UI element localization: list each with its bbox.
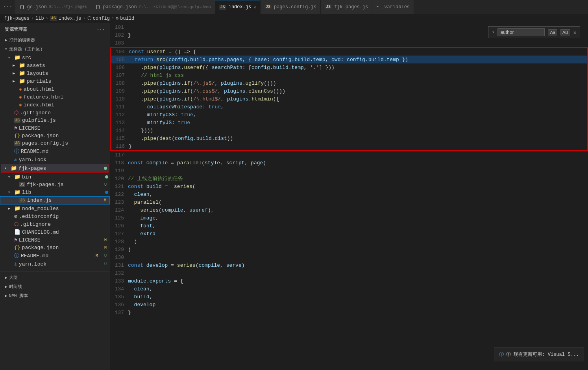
code-line-125: 125 image, (110, 214, 588, 222)
section-timeline[interactable]: ▶ 时间线 (0, 282, 110, 291)
tab-variables[interactable]: ~ _variables (372, 0, 414, 14)
readme-root-icon: ⓘ (14, 148, 19, 155)
editor-content[interactable]: 101 102 } 103 104 const useref = () => { (110, 23, 588, 370)
find-ab-button[interactable]: AB (560, 29, 570, 35)
bin-folder-icon: 📁 (14, 174, 20, 180)
sidebar-item-readme-root[interactable]: ▶ ⓘ README.md (0, 147, 110, 156)
notification[interactable]: ⓘ ① 现有更新可用: Visual S... (494, 348, 584, 361)
sidebar: 资源管理器 ··· ▶ 打开的编辑器 ▾ 无标题 (工作区) ▾ 📁 src ▶ (0, 23, 110, 370)
breadcrumb: fjk-pages › lib › JS index.js › ⬡ config… (0, 14, 588, 23)
sidebar-item-gitignore[interactable]: ▶ ⬡ .gitignore (0, 109, 110, 117)
sidebar-item-yarn-lock-root[interactable]: ▶ ⚓ yarn.lock (0, 156, 110, 164)
sidebar-item-partials[interactable]: ▶ 📁 partials (0, 77, 110, 85)
section-workspace[interactable]: ▾ 无标题 (工作区) (0, 45, 110, 54)
breadcrumb-config[interactable]: config (93, 16, 110, 21)
yarn-lock-root-icon: ⚓ (14, 156, 17, 163)
sidebar-options-icon[interactable]: ··· (97, 27, 105, 32)
index-js-label: index.js (27, 197, 101, 203)
package-json-root-label: package.json (22, 133, 110, 139)
sidebar-item-bin[interactable]: ▾ 📁 bin (0, 173, 110, 181)
sidebar-item-yarn-lock2[interactable]: ▶ ⚓ yarn.lock U (0, 260, 110, 268)
sidebar-item-gulpfile[interactable]: ▶ JS gulpfile.js (0, 117, 110, 124)
yarn-lock2-badge: U (103, 262, 108, 266)
find-close-icon[interactable]: ✕ (573, 29, 577, 36)
code-line-109: 109 .pipe(plugins.if(/\.css$/, plugins.c… (111, 87, 587, 95)
workspace-label: 无标题 (工作区) (9, 46, 43, 52)
code-line-121: 121 const build = series( (110, 182, 588, 190)
sidebar-item-license-root[interactable]: ▶ ⚑ LICENSE (0, 124, 110, 132)
partials-label: partials (27, 78, 110, 84)
sidebar-item-assets[interactable]: ▶ 📁 assets (0, 61, 110, 69)
assets-arrow: ▶ (13, 63, 17, 68)
changelog-label: CHANGELOG.md (22, 229, 110, 235)
fjk-pages-label: fjk-pages (18, 165, 102, 171)
tab-path-ge-json: E:\...\fjk-pages (49, 5, 87, 9)
pages-config-root-label: pages.config.js (22, 140, 110, 146)
find-aa-button[interactable]: Aa (548, 29, 557, 35)
sidebar-item-package-json2[interactable]: ▶ {} package.json M (0, 244, 110, 251)
changelog-icon: 📄 (14, 229, 20, 235)
breadcrumb-build[interactable]: build (120, 16, 134, 21)
sidebar-item-index-js[interactable]: ▶ JS index.js M (0, 196, 110, 205)
sidebar-item-editorconfig[interactable]: ▶ ⚙ .editorconfig (0, 212, 110, 220)
node-modules-icon: 📁 (14, 205, 20, 212)
sidebar-item-readme2[interactable]: ▶ ⓘ README.md M U (0, 251, 110, 260)
sidebar-item-src[interactable]: ▾ 📁 src (0, 54, 110, 61)
breadcrumb-sep2: › (46, 16, 48, 21)
breadcrumb-sep3: › (83, 16, 85, 21)
yarn-lock-root-label: yarn.lock (19, 157, 110, 163)
sidebar-item-license2[interactable]: ▶ ⚑ LICENSE M (0, 236, 110, 244)
sidebar-item-fjk-pages[interactable]: ▾ 📁 fjk-pages (1, 164, 109, 173)
sidebar-item-fjk-pages-js[interactable]: ▶ JS fjk-pages.js U (0, 181, 110, 188)
sidebar-item-features-html[interactable]: ▶ ◈ features.html (0, 93, 110, 101)
tab-ge-json[interactable]: {} ge.json E:\...\fjk-pages (15, 0, 91, 14)
sidebar-item-pages-config-root[interactable]: ▶ JS pages.config.js (0, 139, 110, 147)
editor-area: › Aa AB ✕ 101 102 } 103 (110, 23, 588, 370)
code-line-118: 118 const compile = parallel(style, scri… (110, 159, 588, 167)
tab-close-index-js[interactable]: ✕ (253, 5, 256, 10)
breadcrumb-lib[interactable]: lib (35, 16, 44, 21)
main-area: 资源管理器 ··· ▶ 打开的编辑器 ▾ 无标题 (工作区) ▾ 📁 src ▶ (0, 23, 588, 370)
gulpfile-icon: JS (14, 118, 20, 123)
breadcrumb-fjk-pages[interactable]: fjk-pages (4, 16, 30, 21)
breadcrumb-js-icon: JS (50, 16, 57, 21)
readme-root-label: README.md (21, 149, 110, 154)
package-json2-icon: {} (14, 245, 20, 251)
license-root-icon: ⚑ (14, 125, 17, 131)
node-modules-arrow: ▶ (8, 206, 13, 211)
tab-more-icon[interactable]: ··· (0, 4, 15, 10)
tab-fjk-pages-js[interactable]: JS fjk-pages.js (321, 0, 372, 14)
sidebar-item-gitignore2[interactable]: ▶ ⬡ .gitignore (0, 220, 110, 228)
license2-icon: ⚑ (14, 237, 17, 243)
tab-index-js[interactable]: JS index.js ✕ (215, 0, 261, 14)
section-outline[interactable]: ▶ 大纲 (0, 273, 110, 282)
tab-pages-config-js[interactable]: JS pages.config.js (261, 0, 321, 14)
gitignore-icon: ⬡ (14, 110, 18, 116)
breadcrumb-config-icon: ⬡ (87, 15, 91, 21)
readme2-label: README.md (21, 253, 92, 259)
sidebar-item-layouts[interactable]: ▶ 📁 layouts (0, 69, 110, 77)
sidebar-item-lib[interactable]: ▾ 📁 lib (0, 188, 110, 196)
sidebar-scroll[interactable]: ▶ 打开的编辑器 ▾ 无标题 (工作区) ▾ 📁 src ▶ 📁 assets … (0, 35, 110, 370)
section-open-editors[interactable]: ▶ 打开的编辑器 (0, 35, 110, 45)
sidebar-item-about-html[interactable]: ▶ ◈ about.html (0, 85, 110, 93)
find-widget: › Aa AB ✕ (488, 26, 580, 38)
license2-label: LICENSE (19, 237, 101, 243)
section-npm[interactable]: ▶ NPM 脚本 (0, 291, 110, 300)
breadcrumb-index-js[interactable]: index.js (59, 16, 81, 21)
sidebar-item-changelog[interactable]: ▶ 📄 CHANGELOG.md (0, 228, 110, 236)
src-folder-icon: 📁 (14, 54, 20, 61)
code-line-116: 116 } (111, 142, 587, 150)
sidebar-item-index-html[interactable]: ▶ ◈ index.html (0, 101, 110, 109)
gitignore2-icon: ⬡ (14, 221, 18, 227)
tab-icon-package-json: {} (95, 5, 100, 9)
lib-badge (105, 191, 108, 194)
sidebar-item-package-json-root[interactable]: ▶ {} package.json (0, 132, 110, 139)
tab-package-json[interactable]: {} package.json E:\...\GitHub项目\zce-gulp… (91, 0, 215, 14)
lib-folder-icon: 📁 (14, 189, 20, 195)
code-line-137: 137 } (110, 309, 588, 316)
sidebar-item-node-modules[interactable]: ▶ 📁 node_modules (0, 205, 110, 212)
timeline-arrow: ▶ (5, 284, 7, 289)
tab-icon-fjk-pages-js: JS (325, 4, 332, 9)
find-input[interactable] (497, 28, 545, 36)
